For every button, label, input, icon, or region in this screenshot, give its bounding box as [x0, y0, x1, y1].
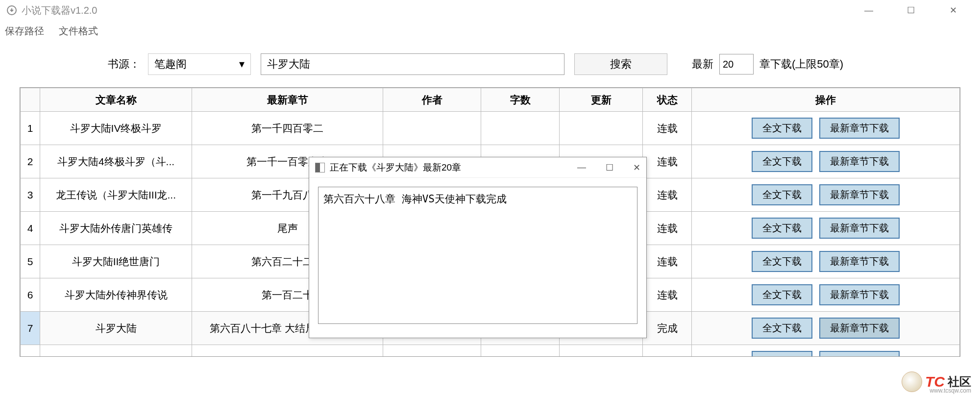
full-download-button[interactable]: 全文下载 [752, 184, 812, 205]
source-value: 笔趣阁 [154, 57, 187, 72]
cell-name: 龙王传说（斗罗大陆III龙... [40, 178, 192, 212]
cell-actions: 全文下载 最新章节下载 [692, 345, 960, 357]
table-row[interactable]: 8 斗罗大陆之绝世唐门 第八章 怪物老师 714562853 187K 19-0… [21, 345, 960, 357]
cell-actions: 全文下载 最新章节下载 [692, 212, 960, 245]
cell-name: 斗罗大陆外传唐门英雄传 [40, 212, 192, 245]
cell-status: 连载 [643, 345, 692, 357]
dialog-title: 正在下载《斗罗大陆》最新20章 [330, 161, 461, 174]
cell-words [481, 112, 560, 145]
cell-author: 714562853 [383, 345, 481, 357]
menubar: 保存路径 文件格式 [0, 21, 980, 41]
cell-name: 斗罗大陆 [40, 312, 192, 345]
cell-actions: 全文下载 最新章节下载 [692, 245, 960, 278]
chapter-count-input[interactable] [719, 54, 754, 74]
menu-save-path[interactable]: 保存路径 [5, 25, 44, 38]
row-index: 6 [21, 278, 40, 312]
cell-words: 187K [481, 345, 560, 357]
latest-download-button[interactable]: 最新章节下载 [819, 318, 900, 339]
cell-status: 连载 [643, 178, 692, 212]
watermark-url: www.tcsqw.com [930, 387, 971, 394]
full-download-button[interactable]: 全文下载 [752, 284, 812, 305]
app-title: 小说下载器v1.2.0 [22, 4, 97, 17]
full-download-button[interactable]: 全文下载 [752, 118, 812, 139]
cell-name: 斗罗大陆IV终极斗罗 [40, 112, 192, 145]
full-download-button[interactable]: 全文下载 [752, 318, 812, 339]
cell-status: 连载 [643, 212, 692, 245]
cell-actions: 全文下载 最新章节下载 [692, 178, 960, 212]
col-header-chapter: 最新章节 [192, 88, 383, 112]
minimize-button[interactable]: — [858, 2, 880, 18]
dialog-minimize-button[interactable]: — [577, 162, 586, 173]
cell-status: 连载 [643, 145, 692, 178]
cell-actions: 全文下载 最新章节下载 [692, 312, 960, 345]
col-header-status: 状态 [643, 88, 692, 112]
close-button[interactable]: ✕ [942, 2, 964, 18]
row-index: 4 [21, 212, 40, 245]
dialog-close-button[interactable]: ✕ [633, 162, 640, 173]
cell-name: 斗罗大陆II绝世唐门 [40, 245, 192, 278]
col-header-words: 字数 [481, 88, 560, 112]
cell-update [560, 112, 643, 145]
col-header-name: 文章名称 [40, 88, 192, 112]
dialog-body [309, 178, 646, 335]
dialog-maximize-button[interactable]: ☐ [606, 162, 613, 173]
cell-name: 斗罗大陆之绝世唐门 [40, 345, 192, 357]
latest-download-button[interactable]: 最新章节下载 [819, 184, 900, 205]
search-button[interactable]: 搜索 [574, 53, 667, 75]
row-index: 2 [21, 145, 40, 178]
cell-status: 完成 [643, 312, 692, 345]
dialog-log[interactable] [318, 187, 637, 324]
suffix-label: 章下载(上限50章) [760, 57, 843, 72]
full-download-button[interactable]: 全文下载 [752, 218, 812, 239]
dialog-titlebar[interactable]: 正在下载《斗罗大陆》最新20章 — ☐ ✕ [309, 157, 646, 178]
latest-download-button[interactable]: 最新章节下载 [819, 351, 900, 357]
window-controls: — ☐ ✕ [858, 2, 974, 18]
mascot-icon [902, 371, 922, 392]
full-download-button[interactable]: 全文下载 [752, 251, 812, 272]
cell-update: 19-07-11 [560, 345, 643, 357]
app-icon [6, 4, 18, 16]
latest-label: 最新 [692, 57, 713, 72]
full-download-button[interactable]: 全文下载 [752, 151, 812, 172]
col-header-update: 更新 [560, 88, 643, 112]
cell-chapter: 第八章 怪物老师 [192, 345, 383, 357]
cell-actions: 全文下载 最新章节下载 [692, 278, 960, 312]
search-bar: 书源： 笔趣阁 ▾ 搜索 最新 章下载(上限50章) [0, 41, 980, 87]
dialog-controls: — ☐ ✕ [577, 162, 640, 173]
cell-status: 连载 [643, 112, 692, 145]
latest-download-button[interactable]: 最新章节下载 [819, 118, 900, 139]
latest-download-button[interactable]: 最新章节下载 [819, 251, 900, 272]
cell-name: 斗罗大陆4终极斗罗（斗... [40, 145, 192, 178]
latest-download-button[interactable]: 最新章节下载 [819, 218, 900, 239]
watermark: TC 社区 www.tcsqw.com [902, 371, 971, 392]
caret-down-icon: ▾ [239, 58, 245, 71]
row-index: 8 [21, 345, 40, 357]
cell-status: 连载 [643, 278, 692, 312]
titlebar: 小说下载器v1.2.0 — ☐ ✕ [0, 0, 980, 21]
maximize-button[interactable]: ☐ [900, 2, 922, 18]
row-index: 1 [21, 112, 40, 145]
col-header-actions: 操作 [692, 88, 960, 112]
row-index: 7 [21, 312, 40, 345]
download-dialog: 正在下载《斗罗大陆》最新20章 — ☐ ✕ [309, 157, 647, 338]
latest-download-button[interactable]: 最新章节下载 [819, 151, 900, 172]
cell-actions: 全文下载 最新章节下载 [692, 112, 960, 145]
row-index: 3 [21, 178, 40, 212]
source-label: 书源： [108, 57, 140, 72]
dialog-icon [315, 163, 325, 173]
col-header-index [21, 88, 40, 112]
full-download-button[interactable]: 全文下载 [752, 351, 812, 357]
col-header-author: 作者 [383, 88, 481, 112]
menu-file-format[interactable]: 文件格式 [59, 25, 98, 38]
search-input[interactable] [261, 53, 564, 75]
cell-chapter: 第一千四百零二 [192, 112, 383, 145]
latest-download-button[interactable]: 最新章节下载 [819, 284, 900, 305]
cell-actions: 全文下载 最新章节下载 [692, 145, 960, 178]
cell-name: 斗罗大陆外传神界传说 [40, 278, 192, 312]
cell-status: 连载 [643, 245, 692, 278]
cell-author [383, 112, 481, 145]
row-index: 5 [21, 245, 40, 278]
table-row[interactable]: 1 斗罗大陆IV终极斗罗 第一千四百零二 连载 全文下载 最新章节下载 [21, 112, 960, 145]
source-select[interactable]: 笔趣阁 ▾ [148, 53, 251, 75]
